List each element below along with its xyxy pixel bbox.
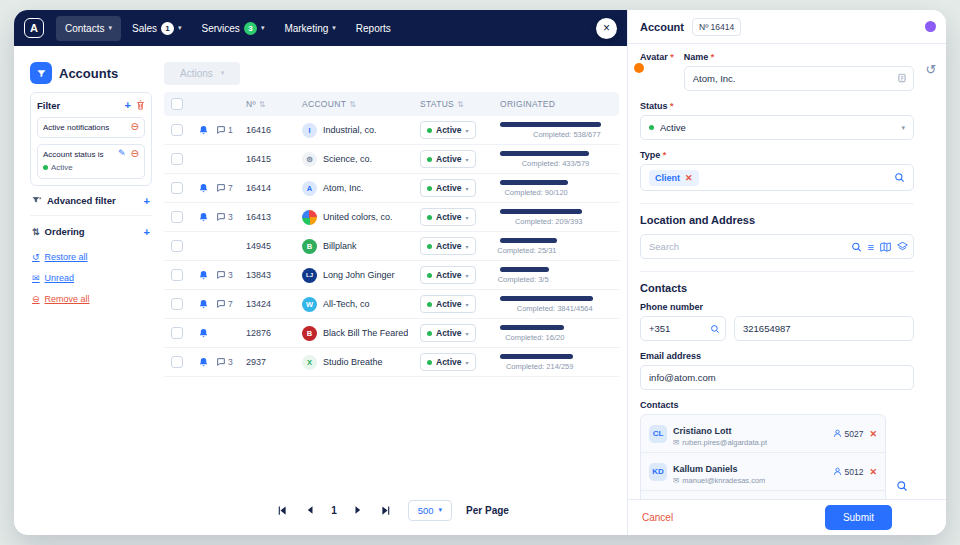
table-row[interactable]: 7 16414 AAtom, Inc. Active▾ Completed: 9… bbox=[164, 174, 619, 203]
list-icon[interactable]: ≡ bbox=[868, 241, 874, 252]
remove-all-link[interactable]: ⊖ Remove all bbox=[32, 294, 152, 304]
search-icon[interactable] bbox=[710, 324, 720, 334]
chat-icon[interactable]: 3 bbox=[216, 212, 246, 222]
search-icon[interactable] bbox=[851, 241, 862, 252]
contact-row[interactable]: BJ Barney Juarez ✉anasantos@multialterna… bbox=[641, 491, 885, 499]
notification-bell-icon[interactable] bbox=[190, 270, 216, 281]
filter-chip-notifications[interactable]: Active notifications ⊖ bbox=[37, 117, 145, 138]
notification-bell-icon[interactable] bbox=[190, 299, 216, 310]
copy-icon[interactable] bbox=[898, 73, 908, 84]
history-undo-icon[interactable]: ↺ bbox=[926, 62, 937, 77]
nav-item-reports[interactable]: Reports bbox=[347, 16, 400, 41]
row-checkbox[interactable] bbox=[171, 356, 183, 368]
status-dropdown[interactable]: Active▾ bbox=[420, 353, 476, 371]
sort-icon[interactable]: ⇅ bbox=[349, 100, 356, 109]
phone-number-input[interactable] bbox=[734, 316, 914, 341]
map-icon[interactable] bbox=[880, 241, 891, 252]
table-row[interactable]: 14945 BBillplank Active▾ Completed: 25/3… bbox=[164, 232, 619, 261]
row-checkbox[interactable] bbox=[171, 269, 183, 281]
select-all-checkbox[interactable] bbox=[171, 98, 183, 110]
nav-item-services[interactable]: Services 3 ▾ bbox=[193, 15, 274, 42]
table-row[interactable]: 7 13424 WAll-Tech, co Active▾ Completed:… bbox=[164, 290, 619, 319]
row-checkbox[interactable] bbox=[171, 153, 183, 165]
type-field[interactable]: Client✕ bbox=[640, 164, 914, 191]
trash-icon[interactable] bbox=[136, 100, 145, 110]
sort-icon[interactable]: ⇅ bbox=[457, 100, 464, 109]
next-page-button[interactable] bbox=[351, 503, 365, 517]
completed-label: Completed: 90/120 bbox=[504, 188, 567, 197]
table-row[interactable]: 3 2937 XStudio Breathe Active▾ Completed… bbox=[164, 348, 619, 377]
row-checkbox[interactable] bbox=[171, 124, 183, 136]
edit-filter-icon[interactable]: ✎ bbox=[118, 149, 126, 158]
search-contacts-icon[interactable] bbox=[890, 414, 914, 499]
user-presence-avatar[interactable] bbox=[925, 21, 936, 32]
contact-row[interactable]: CL Cristiano Lott ✉ruben.pires@algardata… bbox=[641, 415, 885, 453]
status-dropdown[interactable]: Active▾ bbox=[420, 179, 476, 197]
actions-dropdown[interactable]: Actions ▾ bbox=[164, 62, 240, 85]
name-input[interactable] bbox=[684, 66, 914, 91]
status-dropdown[interactable]: Active▾ bbox=[420, 237, 476, 255]
notification-bell-icon[interactable] bbox=[190, 183, 216, 194]
add-ordering-button[interactable]: + bbox=[144, 226, 150, 238]
restore-all-link[interactable]: ↺ Restore all bbox=[32, 252, 152, 262]
chat-icon[interactable]: 1 bbox=[216, 125, 246, 135]
notification-bell-icon[interactable] bbox=[190, 212, 216, 223]
chip-label: Active notifications bbox=[43, 122, 109, 133]
nav-item-contacts[interactable]: Contacts ▾ bbox=[56, 16, 121, 41]
add-advanced-filter-button[interactable]: + bbox=[144, 195, 150, 207]
prev-page-button[interactable] bbox=[303, 503, 317, 517]
table-row[interactable]: 3 13843 LJLong John Ginger Active▾ Compl… bbox=[164, 261, 619, 290]
first-page-button[interactable] bbox=[274, 503, 289, 518]
app-logo-icon[interactable]: A bbox=[24, 18, 44, 38]
chat-icon[interactable]: 3 bbox=[216, 357, 246, 367]
search-icon[interactable] bbox=[894, 172, 905, 183]
per-page-select[interactable]: 500▾ bbox=[408, 500, 452, 521]
table-row[interactable]: 12876 BBlack Bill The Feared Active▾ Com… bbox=[164, 319, 619, 348]
unread-link[interactable]: ✉ Unread bbox=[32, 273, 152, 283]
sort-icon[interactable]: ⇅ bbox=[259, 100, 266, 109]
row-checkbox[interactable] bbox=[171, 240, 183, 252]
notification-bell-icon[interactable] bbox=[190, 328, 216, 339]
chat-icon[interactable]: 3 bbox=[216, 270, 246, 280]
table-row[interactable]: 3 16413 United colors, co. Active▾ Compl… bbox=[164, 203, 619, 232]
remove-contact-icon[interactable]: ✕ bbox=[869, 467, 877, 477]
cancel-button[interactable]: Cancel bbox=[642, 512, 673, 523]
nav-item-marketing[interactable]: Marketing ▾ bbox=[275, 16, 344, 41]
status-dropdown[interactable]: Active▾ bbox=[420, 208, 476, 226]
advanced-filter-row[interactable]: Advanced filter + bbox=[30, 186, 152, 209]
chat-icon[interactable]: 7 bbox=[216, 183, 246, 193]
close-button[interactable]: × bbox=[596, 18, 617, 39]
status-dropdown[interactable]: Active▾ bbox=[420, 295, 476, 313]
status-dropdown[interactable]: Active▾ bbox=[420, 324, 476, 342]
add-filter-button[interactable]: + bbox=[125, 99, 131, 111]
remove-filter-icon[interactable]: ⊖ bbox=[131, 149, 139, 159]
row-checkbox[interactable] bbox=[171, 211, 183, 223]
layers-icon[interactable] bbox=[897, 241, 908, 252]
status-dot bbox=[427, 273, 432, 278]
status-dropdown[interactable]: Active▾ bbox=[420, 266, 476, 284]
contact-row[interactable]: KD Kallum Daniels ✉manuel@knradesas.com … bbox=[641, 453, 885, 491]
remove-filter-icon[interactable]: ⊖ bbox=[131, 122, 139, 132]
row-checkbox[interactable] bbox=[171, 298, 183, 310]
completed-label: Completed: 16/20 bbox=[505, 333, 564, 342]
last-page-button[interactable] bbox=[379, 503, 394, 518]
status-dropdown[interactable]: Active▾ bbox=[420, 150, 476, 168]
email-input[interactable] bbox=[640, 365, 914, 390]
notification-bell-icon[interactable] bbox=[190, 357, 216, 368]
submit-button[interactable]: Submit bbox=[825, 505, 892, 530]
status-select[interactable]: Active ▾ bbox=[640, 115, 914, 140]
filter-chip-status[interactable]: Account status is Active ✎ ⊖ bbox=[37, 144, 145, 178]
notification-bell-icon[interactable] bbox=[190, 125, 216, 136]
table-row[interactable]: 16415 ⚙Science, co. Active▾ Completed: 4… bbox=[164, 145, 619, 174]
progress-bar bbox=[500, 238, 557, 243]
remove-contact-icon[interactable]: ✕ bbox=[869, 429, 877, 439]
chat-icon[interactable]: 7 bbox=[216, 299, 246, 309]
current-page[interactable]: 1 bbox=[331, 505, 337, 516]
row-checkbox[interactable] bbox=[171, 182, 183, 194]
row-checkbox[interactable] bbox=[171, 327, 183, 339]
table-row[interactable]: 1 16416 IIndustrial, co. Active▾ Complet… bbox=[164, 116, 619, 145]
remove-tag-icon[interactable]: ✕ bbox=[685, 173, 693, 183]
nav-item-sales[interactable]: Sales 1 ▾ bbox=[123, 15, 191, 42]
status-dropdown[interactable]: Active▾ bbox=[420, 121, 476, 139]
ordering-row[interactable]: ⇅ Ordering + bbox=[30, 215, 152, 240]
